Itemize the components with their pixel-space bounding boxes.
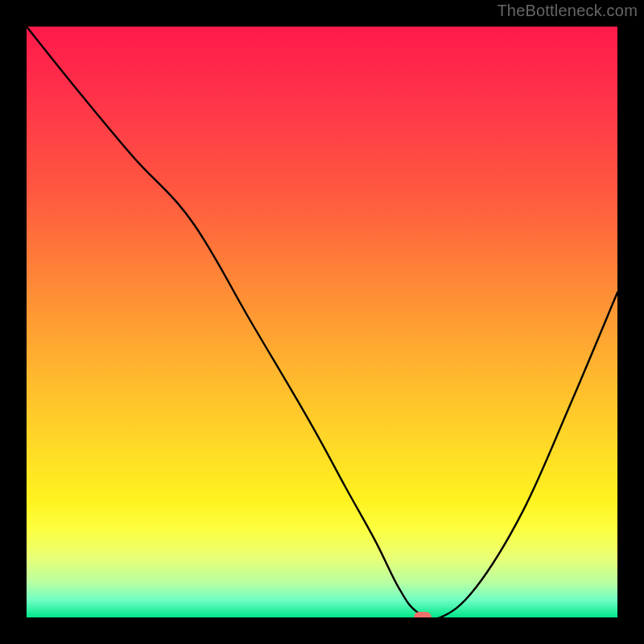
optimal-marker — [414, 612, 431, 617]
bottleneck-curve — [27, 27, 617, 617]
plot-area — [27, 27, 617, 617]
chart-stage: TheBottleneck.com — [0, 0, 644, 644]
watermark-text: TheBottleneck.com — [497, 2, 638, 20]
